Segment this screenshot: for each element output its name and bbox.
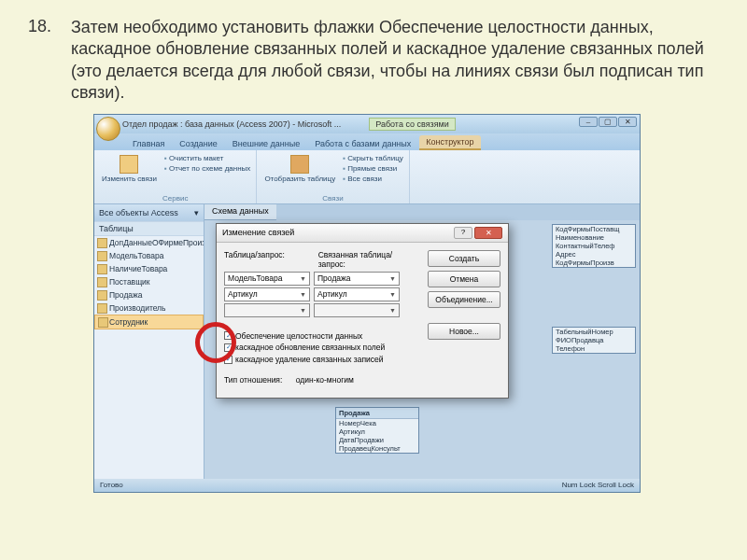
checkbox-integrity[interactable]: ✓: [224, 331, 233, 340]
window-title: Отдел продаж : база данных (Access 2007)…: [122, 119, 341, 129]
table-box[interactable]: КодФирмыПоставщНаименованиеКонтактныйТел…: [552, 224, 636, 268]
tab-home[interactable]: Главная: [126, 137, 171, 150]
status-bar: Готово Num Lock Scroll Lock: [94, 479, 640, 492]
ribbon: Изменить связи Очистить макет Отчет по с…: [94, 150, 640, 204]
label-table-query: Таблица/запрос:: [224, 250, 311, 269]
nav-item[interactable]: МодельТовара: [94, 249, 204, 262]
instruction-text: Затем необходимо установить флажки Обесп…: [71, 17, 719, 105]
tab-constructor[interactable]: Конструктор: [419, 135, 480, 150]
combo-table-left[interactable]: МодельТовара▼: [224, 272, 310, 286]
edit-relations-button[interactable]: Изменить связи: [100, 153, 159, 185]
navigation-pane: Все объекты Access▾ Таблицы ДопДанныеОФи…: [94, 204, 204, 481]
window-titlebar: Отдел продаж : база данных (Access 2007)…: [94, 115, 640, 133]
nav-item[interactable]: Поставщик: [94, 275, 204, 288]
nav-item[interactable]: Производитель: [94, 301, 204, 315]
ribbon-group-service-label: Сервис: [100, 194, 250, 203]
chevron-down-icon: ▼: [300, 275, 306, 282]
office-orb-button[interactable]: [96, 117, 120, 141]
chevron-down-icon: ▾: [194, 208, 199, 217]
schema-report-button[interactable]: Отчет по схеме данных: [164, 163, 250, 174]
chevron-down-icon: ▼: [300, 307, 306, 314]
combo-empty[interactable]: ▼: [224, 303, 310, 317]
cancel-button[interactable]: Отмена: [428, 271, 500, 287]
nav-header[interactable]: Все объекты Access▾: [94, 204, 204, 221]
create-button[interactable]: Создать: [428, 250, 500, 267]
tab-database[interactable]: Работа с базами данных: [308, 137, 417, 150]
chevron-down-icon: ▼: [389, 291, 396, 298]
close-button[interactable]: ✕: [618, 117, 637, 127]
chevron-down-icon: ▼: [300, 291, 306, 298]
ribbon-tabstrip: Главная Создание Внешние данные Работа с…: [94, 133, 640, 150]
nav-category-tables[interactable]: Таблицы: [94, 221, 204, 236]
show-table-button[interactable]: Отобразить таблицу: [262, 153, 337, 185]
combo-table-right[interactable]: Продажа▼: [314, 272, 400, 286]
combo-field-left[interactable]: Артикул▼: [224, 287, 310, 301]
tab-create[interactable]: Создание: [173, 137, 224, 150]
dialog-close-button[interactable]: ✕: [474, 227, 502, 239]
hide-table-button[interactable]: Скрыть таблицу: [343, 153, 403, 163]
document-tab[interactable]: Схема данных: [204, 204, 276, 220]
chevron-down-icon: ▼: [389, 275, 396, 282]
chevron-down-icon: ▼: [389, 307, 396, 314]
instruction-number: 18.: [28, 17, 54, 105]
ribbon-group-relations-label: Связи: [262, 194, 402, 203]
instruction-block: 18. Затем необходимо установить флажки О…: [28, 17, 719, 105]
access-window: Отдел продаж : база данных (Access 2007)…: [93, 114, 641, 493]
checkbox-cascade-update[interactable]: ✓: [224, 343, 233, 352]
status-locks: Num Lock Scroll Lock: [562, 481, 634, 489]
relation-type-value: один-ко-многим: [296, 375, 354, 385]
nav-item[interactable]: НаличиеТовара: [94, 262, 204, 275]
combo-empty[interactable]: ▼: [314, 303, 400, 317]
table-box[interactable]: Продажа НомерЧекаАртикулДатаПродажиПрода…: [335, 407, 419, 454]
tab-external[interactable]: Внешние данные: [226, 137, 306, 150]
minimize-button[interactable]: –: [579, 117, 598, 127]
nav-item[interactable]: ДопДанныеОФирмеПроизв...: [94, 236, 204, 249]
checkbox-cascade-delete[interactable]: ✓: [224, 356, 233, 364]
table-box[interactable]: ТабельныйНомерФИОПродавцаТелефон: [552, 327, 636, 354]
combo-field-right[interactable]: Артикул▼: [314, 287, 400, 301]
relation-type-label: Тип отношения:: [224, 375, 282, 385]
direct-relations-button[interactable]: Прямые связи: [343, 163, 403, 174]
label-related-table: Связанная таблица/запрос:: [318, 250, 418, 269]
dialog-title: Изменение связей: [222, 228, 294, 237]
all-relations-button[interactable]: Все связи: [343, 174, 403, 184]
clear-layout-button[interactable]: Очистить макет: [164, 153, 250, 163]
join-button[interactable]: Объединение...: [428, 291, 500, 308]
nav-item-selected[interactable]: Сотрудник: [94, 315, 204, 329]
edit-relationships-dialog: Изменение связей ? ✕ Таблица/запрос: Свя…: [216, 223, 509, 399]
nav-item[interactable]: Продажа: [94, 288, 204, 301]
context-tab-label: Работа со связями: [369, 118, 456, 131]
dialog-help-button[interactable]: ?: [454, 227, 472, 239]
status-text: Готово: [100, 481, 123, 489]
maximize-button[interactable]: ▢: [599, 117, 617, 127]
new-button[interactable]: Новое...: [428, 323, 500, 340]
